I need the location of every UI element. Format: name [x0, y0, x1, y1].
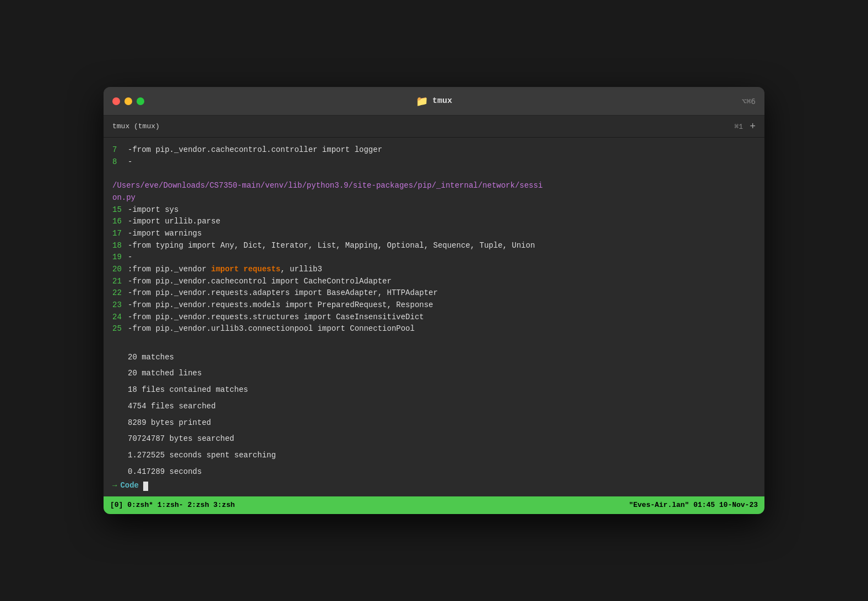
line-number: 18	[112, 240, 128, 252]
cursor	[143, 482, 148, 491]
status-hostname-time: "Eves-Air.lan" 01:45 10-Nov-23	[629, 501, 758, 509]
titlebar-shortcut: ⌥⌘6	[742, 97, 756, 106]
terminal-line: 22-from pip._vendor.requests.adapters im…	[112, 287, 756, 299]
line-number: 22	[112, 287, 128, 299]
line-number: 24	[112, 312, 128, 324]
maximize-button[interactable]	[137, 97, 144, 105]
tab-shortcut: ⌘1	[735, 122, 744, 131]
line-number: 17	[112, 228, 128, 240]
prompt-line[interactable]: → Code	[112, 480, 756, 492]
line-number: 7	[112, 144, 128, 156]
tab-bar: tmux (tmux) ⌘1 +	[104, 116, 764, 138]
new-tab-button[interactable]: +	[750, 122, 756, 132]
line-number: 8	[112, 156, 128, 168]
stat-matches: 20 matches	[112, 352, 756, 364]
stat-bytes-searched: 70724787 bytes searched	[112, 433, 756, 445]
stat-seconds-total: 0.417289 seconds	[112, 466, 756, 478]
minimize-button[interactable]	[124, 97, 132, 105]
terminal-line: 18-from typing import Any, Dict, Iterato…	[112, 240, 756, 252]
window-title-area: 📁 tmux	[416, 95, 452, 107]
close-button[interactable]	[112, 97, 120, 105]
line-number: 16	[112, 216, 128, 228]
line-number: 25	[112, 323, 128, 335]
terminal-line: 19-	[112, 252, 756, 264]
status-bar: [0] 0:zsh* 1:zsh- 2:zsh 3:zsh "Eves-Air.…	[104, 496, 764, 514]
terminal-line: 7-from pip._vendor.cachecontrol.controll…	[112, 144, 756, 156]
terminal-line: 23-from pip._vendor.requests.models impo…	[112, 299, 756, 312]
stat-bytes-printed: 8289 bytes printed	[112, 417, 756, 429]
terminal-body[interactable]: 7-from pip._vendor.cachecontrol.controll…	[104, 138, 764, 496]
terminal-line: 21-from pip._vendor.cachecontrol import …	[112, 276, 756, 288]
terminal-line-highlight: 20:from pip._vendor import requests, url…	[112, 264, 756, 276]
tab-title[interactable]: tmux (tmux)	[112, 122, 160, 130]
line-number: 21	[112, 276, 128, 288]
folder-icon: 📁	[416, 95, 428, 107]
terminal-line: 25-from pip._vendor.urllib3.connectionpo…	[112, 323, 756, 335]
titlebar: 📁 tmux ⌥⌘6	[104, 87, 764, 116]
tab-right: ⌘1 +	[735, 122, 756, 132]
line-number: 20	[112, 264, 128, 276]
line-number: 19	[112, 252, 128, 264]
stat-seconds-searching: 1.272525 seconds spent searching	[112, 450, 756, 462]
terminal-line: 8-	[112, 156, 756, 168]
terminal-window: 📁 tmux ⌥⌘6 tmux (tmux) ⌘1 + 7-from pip._…	[104, 87, 764, 514]
terminal-line	[112, 168, 756, 180]
window-title: tmux	[432, 96, 452, 106]
prompt-directory: Code	[120, 480, 139, 492]
filepath-line-2: on.py	[112, 192, 756, 204]
terminal-line: 15-import sys	[112, 204, 756, 216]
filepath-text: /Users/eve/Downloads/CS7350-main/venv/li…	[112, 180, 542, 192]
stat-files-searched: 4754 files searched	[112, 401, 756, 413]
line-number: 23	[112, 299, 128, 312]
terminal-line: 17-import warnings	[112, 228, 756, 240]
filepath-line: /Users/eve/Downloads/CS7350-main/venv/li…	[112, 180, 756, 192]
terminal-line: 16-import urllib.parse	[112, 216, 756, 228]
stat-files-contained: 18 files contained matches	[112, 384, 756, 396]
traffic-lights	[112, 97, 144, 105]
terminal-line: 24-from pip._vendor.requests.structures …	[112, 312, 756, 324]
line-number: 15	[112, 204, 128, 216]
filepath-text-2: on.py	[112, 192, 135, 204]
terminal-wrapper: 7-from pip._vendor.cachecontrol.controll…	[104, 138, 764, 496]
terminal-line	[112, 335, 756, 347]
status-sessions: [0] 0:zsh* 1:zsh- 2:zsh 3:zsh	[110, 501, 235, 509]
stat-matched-lines: 20 matched lines	[112, 368, 756, 380]
highlight-keyword: import requests	[211, 264, 280, 276]
prompt-arrow: →	[112, 480, 117, 492]
